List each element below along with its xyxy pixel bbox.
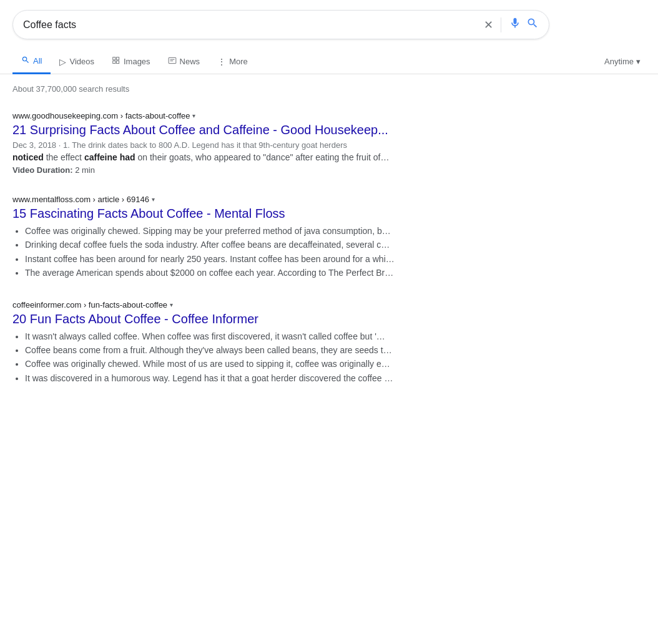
- search-bar: ✕: [12, 10, 549, 39]
- tab-images[interactable]: Images: [103, 50, 159, 73]
- list-item: Coffee was originally chewed. Sipping ma…: [25, 224, 425, 238]
- results-count: About 37,700,000 search results: [0, 74, 658, 99]
- result-date: Dec 3, 2018 · 1. The drink dates back to…: [12, 140, 425, 150]
- list-item: Instant coffee has been around for nearl…: [25, 252, 425, 266]
- result-url: www.mentalfloss.com › article › 69146 ▾: [12, 195, 425, 204]
- tab-more-label: More: [229, 57, 248, 66]
- result-bullets: Coffee was originally chewed. Sipping ma…: [12, 224, 425, 280]
- tab-videos-label: Videos: [69, 57, 94, 66]
- list-item: Drinking decaf coffee fuels the soda ind…: [25, 238, 425, 251]
- clear-icon[interactable]: ✕: [484, 18, 493, 32]
- tab-all-label: All: [33, 56, 42, 66]
- svg-rect-1: [117, 57, 119, 60]
- list-item: Coffee beans come from a fruit. Although…: [25, 343, 425, 357]
- chevron-down-icon: ▾: [636, 57, 641, 66]
- result-bullets: It wasn't always called coffee. When cof…: [12, 329, 425, 386]
- snippet-bold: noticed: [12, 152, 44, 162]
- results-container: www.goodhousekeeping.com › facts-about-c…: [0, 99, 437, 393]
- chevron-down-icon: ▾: [152, 196, 155, 203]
- result-url: www.goodhousekeeping.com › facts-about-c…: [12, 111, 425, 120]
- images-icon: [112, 56, 120, 67]
- chevron-down-icon: ▾: [170, 301, 173, 308]
- tab-more[interactable]: ⋮ More: [209, 51, 257, 73]
- result-item: www.goodhousekeeping.com › facts-about-c…: [12, 99, 425, 182]
- svg-rect-0: [113, 57, 115, 60]
- chevron-down-icon: ▾: [192, 112, 195, 119]
- anytime-label: Anytime: [604, 57, 634, 66]
- result-title-link[interactable]: 15 Fascinating Facts About Coffee - Ment…: [12, 205, 425, 222]
- result-title-link[interactable]: 20 Fun Facts About Coffee - Coffee Infor…: [12, 311, 425, 327]
- more-icon: ⋮: [217, 57, 226, 67]
- result-item: www.mentalfloss.com › article › 69146 ▾ …: [12, 182, 425, 288]
- anytime-button[interactable]: Anytime ▾: [599, 51, 646, 72]
- result-url: coffeeinformer.com › fun-facts-about-cof…: [12, 300, 425, 310]
- svg-rect-3: [117, 61, 119, 64]
- tabs-container: All ▷ Videos Images News ⋮ More Anytime …: [0, 43, 658, 74]
- search-icon[interactable]: [526, 17, 539, 32]
- list-item: It wasn't always called coffee. When cof…: [25, 329, 425, 343]
- news-icon: [168, 56, 177, 67]
- svg-rect-2: [113, 61, 115, 64]
- list-item: Coffee was originally chewed. While most…: [25, 357, 425, 371]
- meta-bold: Video Duration:: [12, 165, 73, 175]
- mic-icon[interactable]: [509, 17, 521, 32]
- result-title-link[interactable]: 21 Surprising Facts About Coffee and Caf…: [12, 122, 425, 138]
- tab-images-label: Images: [124, 57, 150, 66]
- video-icon: ▷: [59, 57, 66, 67]
- result-meta: Video Duration: 2 min: [12, 165, 425, 175]
- tab-videos[interactable]: ▷ Videos: [51, 51, 103, 73]
- search-divider: [501, 17, 501, 32]
- search-bar-container: ✕: [0, 0, 658, 39]
- tab-news[interactable]: News: [159, 50, 209, 73]
- svg-rect-4: [169, 57, 176, 63]
- tab-all[interactable]: All: [12, 49, 51, 74]
- tabs-right: Anytime ▾: [599, 51, 646, 72]
- search-icon-tab: [21, 56, 30, 66]
- list-item: The average American spends about $2000 …: [25, 266, 425, 280]
- tab-news-label: News: [180, 57, 200, 66]
- result-snippet: noticed the effect caffeine had on their…: [12, 151, 425, 164]
- search-input[interactable]: [23, 19, 484, 31]
- list-item: It was discovered in a humorous way. Leg…: [25, 371, 425, 385]
- snippet-bold: caffeine had: [84, 152, 135, 162]
- result-item: coffeeinformer.com › fun-facts-about-cof…: [12, 288, 425, 393]
